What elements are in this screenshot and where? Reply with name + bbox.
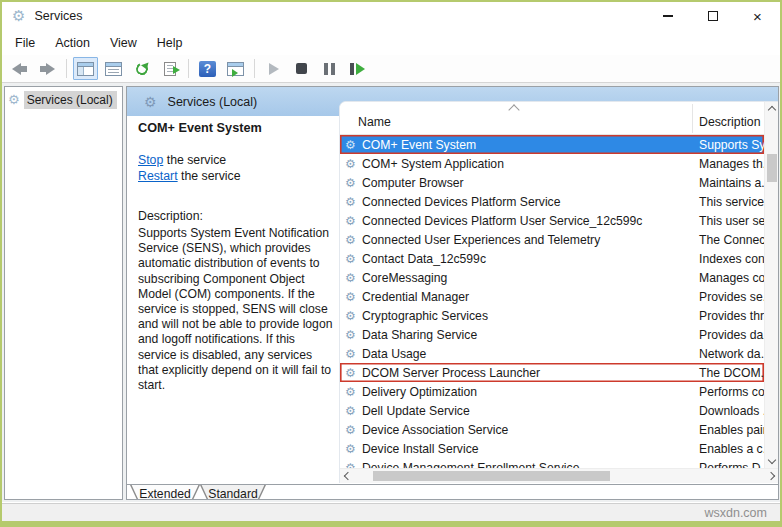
scroll-up-icon[interactable]	[768, 106, 776, 114]
console-tree-icon	[77, 62, 94, 76]
restart-link-suffix: the service	[178, 169, 241, 183]
stop-icon	[296, 63, 307, 74]
service-row[interactable]: CoreMessaging Manages co...	[340, 268, 764, 287]
title-bar[interactable]: Services ×	[2, 2, 780, 30]
back-arrow-icon	[12, 63, 27, 75]
service-gear-icon	[345, 385, 356, 399]
service-description: This user se...	[699, 214, 764, 228]
stop-service-button[interactable]	[289, 57, 314, 80]
properties-icon	[105, 62, 122, 76]
scroll-left-icon[interactable]	[344, 472, 352, 480]
tab-extended[interactable]: Extended	[130, 485, 200, 500]
service-row[interactable]: Data Usage Network da...	[340, 344, 764, 363]
export-list-icon	[164, 62, 176, 76]
service-description: Indexes con...	[699, 252, 764, 266]
maximize-icon	[708, 11, 718, 21]
service-gear-icon	[345, 252, 356, 266]
tree-item-services-local[interactable]: Services (Local)	[8, 90, 121, 109]
service-name: Dell Update Service	[362, 404, 470, 418]
tree-item-label: Services (Local)	[24, 91, 117, 109]
service-row[interactable]: Computer Browser Maintains a...	[340, 173, 764, 192]
service-row[interactable]: DCOM Server Process Launcher The DCOM...	[340, 363, 764, 382]
show-console-tree-button[interactable]	[73, 57, 98, 80]
menu-view[interactable]: View	[100, 33, 147, 53]
column-divider[interactable]	[692, 104, 693, 133]
console-tree-panel: Services (Local)	[4, 86, 123, 500]
service-row[interactable]: Connected Devices Platform User Service_…	[340, 211, 764, 230]
help-icon	[199, 61, 216, 77]
extended-info-pane: COM+ Event System Stop the service Resta…	[127, 116, 338, 482]
column-header-description[interactable]: Description	[699, 115, 761, 129]
service-row[interactable]: Delivery Optimization Performs co...	[340, 382, 764, 401]
close-button[interactable]: ×	[735, 2, 780, 30]
restart-service-link[interactable]: Restart	[138, 169, 178, 183]
toolbar-separator	[188, 59, 189, 78]
service-gear-icon	[345, 328, 356, 342]
service-gear-icon	[345, 233, 356, 247]
start-service-button[interactable]	[261, 57, 286, 80]
service-row[interactable]: Device Install Service Enables a c...	[340, 439, 764, 458]
forward-button[interactable]	[35, 57, 60, 80]
status-bar: wsxdn.com	[2, 503, 780, 521]
service-description: Manages th...	[699, 157, 764, 171]
window-title: Services	[34, 9, 82, 23]
horizontal-scroll-thumb[interactable]	[373, 471, 610, 481]
services-window: Services × File Action View Help	[2, 2, 780, 521]
service-description: Enables a c...	[699, 442, 764, 456]
service-row[interactable]: COM+ Event System Supports Sy...	[340, 135, 764, 154]
refresh-icon	[134, 61, 149, 76]
vertical-scroll-thumb[interactable]	[767, 154, 777, 182]
service-name: COM+ System Application	[362, 157, 504, 171]
service-gear-icon	[345, 309, 356, 323]
service-name: Computer Browser	[362, 176, 464, 190]
service-row[interactable]: Credential Manager Provides se...	[340, 287, 764, 306]
menu-help[interactable]: Help	[147, 33, 193, 53]
scroll-right-icon[interactable]	[767, 472, 775, 480]
service-description: The DCOM...	[699, 366, 764, 380]
maximize-button[interactable]	[690, 2, 735, 30]
service-description: Manages co...	[699, 271, 764, 285]
service-row[interactable]: Cryptographic Services Provides thr...	[340, 306, 764, 325]
service-row[interactable]: Data Sharing Service Provides da...	[340, 325, 764, 344]
restart-service-button[interactable]	[345, 57, 370, 80]
service-row[interactable]: COM+ System Application Manages th...	[340, 154, 764, 173]
service-gear-icon	[345, 366, 356, 380]
service-description: Provides da...	[699, 328, 764, 342]
pause-service-button[interactable]	[317, 57, 342, 80]
horizontal-scrollbar[interactable]	[340, 468, 779, 483]
menu-action[interactable]: Action	[45, 33, 100, 53]
screenshot-frame: Services × File Action View Help	[0, 0, 782, 527]
service-row[interactable]: Connected User Experiences and Telemetry…	[340, 230, 764, 249]
service-row[interactable]: Dell Update Service Downloads ...	[340, 401, 764, 420]
vertical-scrollbar[interactable]	[764, 102, 779, 468]
service-description: Provides se...	[699, 290, 764, 304]
refresh-button[interactable]	[129, 57, 154, 80]
back-button[interactable]	[7, 57, 32, 80]
service-description: Downloads ...	[699, 404, 764, 418]
service-list-panel: Name Description COM+ Event System Suppo…	[339, 101, 779, 483]
service-name: Cryptographic Services	[362, 309, 488, 323]
service-row[interactable]: Connected Devices Platform Service This …	[340, 192, 764, 211]
window-controls: ×	[645, 2, 780, 30]
properties-button[interactable]	[101, 57, 126, 80]
service-gear-icon	[345, 138, 356, 152]
main-area: Services (Local) Services (Local) COM+ E…	[2, 83, 780, 502]
tab-standard[interactable]: Standard	[200, 485, 266, 500]
service-row[interactable]: Contact Data_12c599c Indexes con...	[340, 249, 764, 268]
column-header-name[interactable]: Name	[358, 115, 391, 129]
minimize-button[interactable]	[645, 2, 690, 30]
menu-file[interactable]: File	[5, 33, 45, 53]
service-name: DCOM Server Process Launcher	[362, 366, 540, 380]
pause-icon	[324, 63, 335, 75]
list-column-headers: Name Description	[340, 102, 779, 135]
show-action-pane-button[interactable]	[223, 57, 248, 80]
service-name: Device Install Service	[362, 442, 479, 456]
help-button[interactable]	[195, 57, 220, 80]
service-row[interactable]: Device Association Service Enables pair.…	[340, 420, 764, 439]
scroll-down-icon[interactable]	[768, 456, 776, 464]
export-list-button[interactable]	[157, 57, 182, 80]
minimize-icon	[663, 15, 673, 17]
selected-service-title: COM+ Event System	[138, 121, 262, 135]
stop-service-link[interactable]: Stop	[138, 153, 163, 167]
service-name: Delivery Optimization	[362, 385, 477, 399]
